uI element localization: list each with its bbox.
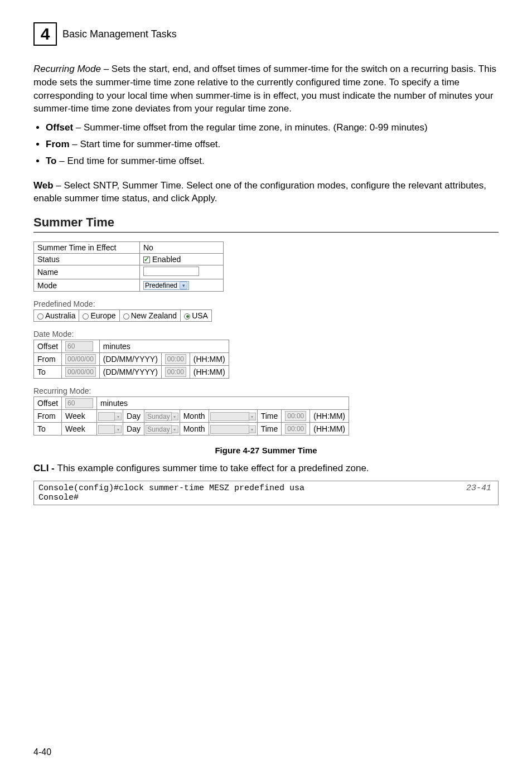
row-value (140, 265, 224, 279)
time-format: (HH:MM) (310, 410, 349, 423)
date-input[interactable]: 00/00/00 (65, 354, 96, 364)
month-select[interactable] (210, 412, 249, 421)
region-label: USA (192, 311, 208, 320)
region-option[interactable]: Europe (79, 310, 119, 322)
chapter-number-icon: 4 (33, 22, 57, 46)
table-row: Name (34, 265, 224, 279)
list-item: From – Start time for summer-time offset… (46, 138, 499, 151)
time-cell: 00:00 (282, 423, 310, 436)
date-mode-table: Offset 60 minutes From 00/00/00 (DD/MM/Y… (33, 340, 229, 379)
mode-select[interactable]: Predefined ▾ (143, 281, 189, 290)
week-label: Week (62, 423, 97, 436)
time-input[interactable]: 00:00 (285, 424, 306, 434)
time-input[interactable]: 00:00 (285, 411, 306, 421)
region-option[interactable]: New Zealand (119, 310, 181, 322)
cli-para: CLI - This example configures summer tim… (33, 462, 499, 475)
day-select[interactable]: Sunday (146, 412, 172, 421)
desc: – Start time for summer-time offset. (70, 139, 221, 149)
month-select-cell: ▾ (209, 410, 257, 423)
time-input[interactable]: 00:00 (165, 367, 186, 377)
web-text: – Select SNTP, Summer Time. Select one o… (33, 180, 486, 204)
table-row: Offset 60 minutes (34, 340, 229, 353)
date-mode-label: Date Mode: (33, 330, 499, 338)
web-label: Web (33, 180, 54, 191)
date-input[interactable]: 00/00/00 (65, 367, 96, 377)
region-label: Europe (90, 311, 115, 320)
offset-input[interactable]: 60 (65, 398, 93, 408)
chevron-down-icon: ▾ (180, 282, 187, 289)
radio-icon (123, 313, 129, 320)
recurring-mode-term: Recurring Mode (33, 64, 101, 74)
predefined-mode-table: Australia Europe New Zealand USA (33, 309, 212, 322)
date-cell: 00/00/00 (62, 366, 100, 379)
name-input[interactable] (143, 267, 199, 276)
row-label: Mode (34, 279, 140, 292)
predefined-mode-label: Predefined Mode: (33, 299, 499, 308)
web-instructions: Web – Select SNTP, Summer Time. Select o… (33, 179, 499, 206)
cli-label: CLI - (33, 463, 57, 473)
status-checkbox[interactable] (143, 257, 150, 263)
chevron-down-icon: ▾ (114, 413, 122, 420)
offset-label: Offset (34, 397, 62, 410)
week-label: Week (62, 410, 97, 423)
row-label: From (34, 353, 62, 366)
time-cell: 00:00 (282, 410, 310, 423)
figure-caption: Figure 4-27 Summer Time (33, 446, 499, 455)
day-label: Day (123, 410, 144, 423)
list-item: Offset – Summer-time offset from the reg… (46, 121, 499, 134)
summer-time-heading: Summer Time (33, 215, 499, 230)
summer-time-status-table: Summer Time in Effect No Status Enabled … (33, 241, 224, 292)
date-format: (DD/MM/YYYY) (99, 353, 161, 366)
table-row: Australia Europe New Zealand USA (34, 310, 212, 322)
week-select-cell: ▾ (97, 410, 123, 423)
definition-list: Offset – Summer-time offset from the reg… (33, 121, 499, 167)
chevron-down-icon: ▾ (171, 413, 178, 420)
time-cell: 00:00 (161, 353, 190, 366)
mode-select-value: Predefined (145, 282, 177, 289)
day-select-cell: Sunday▾ (144, 423, 180, 436)
day-select-cell: Sunday▾ (144, 410, 180, 423)
radio-icon (83, 313, 89, 320)
table-row: From Week ▾ Day Sunday▾ Month ▾ Time 00:… (34, 410, 349, 423)
time-cell: 00:00 (161, 366, 190, 379)
offset-value-cell: 60 (62, 340, 100, 353)
time-format: (HH:MM) (310, 423, 349, 436)
day-select[interactable]: Sunday (146, 425, 172, 434)
offset-label: Offset (34, 340, 62, 353)
week-select[interactable] (98, 425, 115, 434)
radio-icon (37, 313, 43, 320)
heading-rule (33, 232, 499, 233)
chevron-down-icon: ▾ (114, 425, 122, 433)
cli-code-block: Console(config)#clock summer-time MESZ p… (33, 481, 499, 505)
week-select[interactable] (98, 412, 115, 421)
time-format: (HH:MM) (190, 366, 229, 379)
month-select[interactable] (210, 425, 249, 434)
recurring-mode-para: Recurring Mode – Sets the start, end, an… (33, 62, 499, 115)
row-label: Summer Time in Effect (34, 242, 140, 254)
time-label: Time (257, 410, 282, 423)
row-value: No (140, 242, 224, 254)
desc: – End time for summer-time offset. (57, 156, 205, 166)
checkbox-label: Enabled (152, 255, 181, 264)
row-label: To (34, 423, 62, 436)
day-label: Day (123, 423, 144, 436)
table-row: Summer Time in Effect No (34, 242, 224, 254)
time-format: (HH:MM) (190, 353, 229, 366)
radio-icon (184, 313, 190, 320)
region-label: Australia (45, 311, 75, 320)
table-row: Mode Predefined ▾ (34, 279, 224, 292)
month-label: Month (180, 410, 209, 423)
offset-value-cell: 60 (62, 397, 97, 410)
recurring-mode-table: Offset 60 minutes From Week ▾ Day Sunday… (33, 396, 349, 436)
table-row: Status Enabled (34, 254, 224, 265)
offset-input[interactable]: 60 (65, 341, 93, 351)
chapter-number: 4 (41, 25, 50, 43)
row-value: Predefined ▾ (140, 279, 224, 292)
chevron-down-icon: ▾ (249, 425, 256, 433)
date-cell: 00/00/00 (62, 353, 100, 366)
region-option[interactable]: Australia (34, 310, 79, 322)
time-input[interactable]: 00:00 (165, 354, 186, 364)
row-label: Name (34, 265, 140, 279)
code-line: Console(config)#clock summer-time MESZ p… (38, 483, 494, 493)
region-option[interactable]: USA (181, 310, 212, 322)
